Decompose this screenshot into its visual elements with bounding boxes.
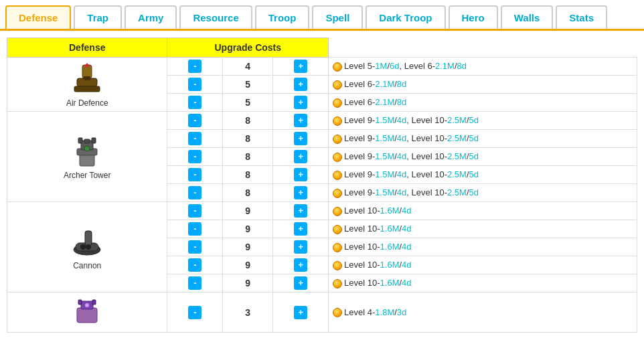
plus-button[interactable]: + [294, 132, 307, 145]
upgrade-text: Level 6-2.1M/8d [344, 79, 406, 89]
defense-group-1: Archer Tower [7, 112, 167, 202]
upgrade-text: Level 9-1.5M/4d, Level 10-2.5M/5d [344, 115, 479, 125]
nav-tabs: DefenseTrapArmyResourceTroopSpellDark Tr… [0, 0, 644, 31]
plus-cell: + [273, 202, 329, 220]
upgrade-cost-cell: Level 5-1M/6d, Level 6-2.1M/8d [329, 58, 637, 76]
level-cell: 9 [223, 256, 273, 274]
plus-button[interactable]: + [294, 186, 307, 199]
upgrade-cost-cell: Level 9-1.5M/4d, Level 10-2.5M/5d [329, 184, 637, 202]
plus-cell: + [273, 184, 329, 202]
level-cell: 8 [223, 148, 273, 166]
minus-cell: - [167, 238, 223, 256]
cost-value: 2.5M [447, 187, 467, 197]
duration-value: 4d [397, 187, 406, 197]
gold-icon [333, 225, 342, 234]
minus-cell: - [167, 292, 223, 333]
minus-button[interactable]: - [188, 168, 202, 181]
plus-button[interactable]: + [294, 96, 307, 109]
upgrade-cost-cell: Level 4-1.8M/3d [329, 292, 637, 333]
upgrade-text: Level 9-1.5M/4d, Level 10-2.5M/5d [344, 133, 479, 143]
cost-value: 2.5M [447, 115, 467, 125]
minus-button[interactable]: - [188, 78, 202, 91]
nav-tab-resource[interactable]: Resource [179, 5, 252, 29]
plus-button[interactable]: + [294, 222, 307, 236]
minus-button[interactable]: - [188, 258, 202, 272]
plus-button[interactable]: + [294, 168, 307, 181]
duration-value: 4d [397, 151, 406, 161]
upgrade-cost-cell: Level 10-1.6M/4d [329, 256, 637, 274]
cost-value: 1.5M [375, 115, 394, 125]
gold-icon [333, 189, 342, 198]
minus-button[interactable]: - [188, 204, 202, 218]
nav-tab-troop[interactable]: Troop [255, 5, 310, 29]
gold-icon [333, 171, 342, 180]
svg-point-16 [80, 244, 86, 250]
plus-cell: + [273, 58, 329, 76]
plus-button[interactable]: + [294, 150, 307, 163]
plus-cell: + [273, 238, 329, 256]
minus-button[interactable]: - [188, 276, 202, 290]
plus-button[interactable]: + [294, 60, 307, 73]
nav-tab-trap[interactable]: Trap [74, 5, 122, 29]
duration-value: 5d [469, 169, 479, 179]
duration-value: 5d [469, 115, 479, 125]
svg-rect-14 [85, 231, 92, 246]
minus-cell: - [167, 148, 223, 166]
plus-button[interactable]: + [294, 306, 307, 319]
minus-button[interactable]: - [188, 186, 202, 199]
nav-tab-spell[interactable]: Spell [312, 5, 363, 29]
plus-button[interactable]: + [294, 78, 307, 91]
minus-button[interactable]: - [188, 96, 202, 109]
plus-cell: + [273, 130, 329, 148]
level-cell: 8 [223, 112, 273, 130]
minus-cell: - [167, 274, 223, 292]
minus-button[interactable]: - [188, 222, 202, 236]
upgrade-text: Level 6-2.1M/8d [344, 97, 406, 107]
upgrade-cost-cell: Level 9-1.5M/4d, Level 10-2.5M/5d [329, 148, 637, 166]
upgrade-cost-cell: Level 9-1.5M/4d, Level 10-2.5M/5d [329, 112, 637, 130]
cost-value: 2.5M [447, 133, 467, 143]
minus-button[interactable]: - [188, 150, 202, 163]
cost-value: 1.6M [380, 224, 400, 234]
level-cell: 9 [223, 274, 273, 292]
plus-button[interactable]: + [294, 240, 307, 254]
nav-tab-defense[interactable]: Defense [5, 5, 71, 29]
duration-value: 4d [397, 115, 406, 125]
upgrade-text: Level 4-1.8M/3d [344, 307, 406, 317]
gold-icon [333, 279, 342, 288]
minus-button[interactable]: - [188, 114, 202, 127]
duration-value: 6d [390, 61, 399, 71]
nav-tab-hero[interactable]: Hero [449, 5, 498, 29]
plus-button[interactable]: + [294, 114, 307, 127]
minus-button[interactable]: - [188, 240, 202, 254]
nav-tab-walls[interactable]: Walls [501, 5, 554, 29]
minus-cell: - [167, 130, 223, 148]
gold-icon [333, 153, 342, 162]
gold-icon [333, 98, 342, 108]
upgrade-cost-cell: Level 10-1.6M/4d [329, 238, 637, 256]
svg-rect-20 [92, 300, 96, 305]
plus-cell: + [273, 76, 329, 94]
plus-button[interactable]: + [294, 258, 307, 272]
minus-button[interactable]: - [188, 60, 202, 73]
duration-value: 3d [397, 307, 406, 317]
cost-value: 1.6M [380, 278, 400, 288]
cost-value: 1.6M [380, 205, 400, 216]
svg-point-21 [85, 303, 89, 307]
svg-rect-3 [74, 86, 100, 92]
upgrade-text: Level 10-1.6M/4d [344, 260, 411, 270]
level-cell: 5 [223, 94, 273, 112]
nav-tab-stats[interactable]: Stats [556, 5, 607, 29]
duration-value: 8d [457, 61, 467, 71]
minus-button[interactable]: - [188, 132, 202, 145]
cost-value: 1.6M [380, 260, 400, 270]
plus-button[interactable]: + [294, 276, 307, 290]
level-cell: 5 [223, 76, 273, 94]
plus-button[interactable]: + [294, 204, 307, 218]
nav-tab-army[interactable]: Army [125, 5, 177, 29]
level-cell: 9 [223, 238, 273, 256]
plus-cell: + [273, 148, 329, 166]
minus-button[interactable]: - [188, 306, 202, 319]
nav-tab-dark-troop[interactable]: Dark Troop [366, 5, 445, 29]
duration-value: 4d [402, 260, 411, 270]
